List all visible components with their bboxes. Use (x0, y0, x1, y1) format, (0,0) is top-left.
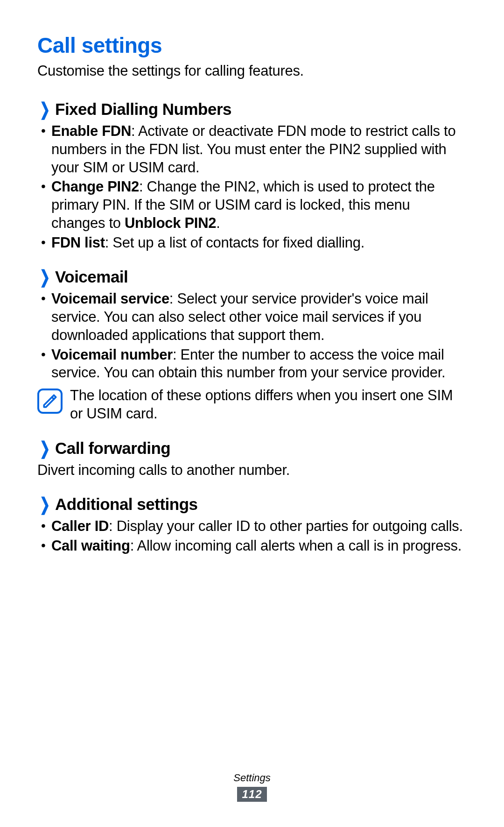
section-header: ❯ Voicemail (37, 267, 467, 287)
chevron-right-icon: ❯ (40, 438, 50, 459)
list-item: Voicemail service: Select your service p… (51, 290, 467, 344)
item-text: : Set up a list of contacts for fixed di… (105, 234, 364, 251)
list-item: Caller ID: Display your caller ID to oth… (51, 517, 467, 536)
note-row: The location of these options differs wh… (37, 387, 467, 423)
chevron-right-icon: ❯ (40, 267, 50, 287)
section-desc-forwarding: Divert incoming calls to another number. (37, 461, 467, 480)
additional-list: Caller ID: Display your caller ID to oth… (37, 517, 467, 555)
note-icon (37, 389, 63, 414)
page-title: Call settings (37, 33, 467, 58)
item-bold: Voicemail number (51, 346, 173, 363)
chevron-right-icon: ❯ (40, 494, 50, 515)
fdn-list: Enable FDN: Activate or deactivate FDN m… (37, 122, 467, 252)
section-forwarding: ❯ Call forwarding Divert incoming calls … (37, 438, 467, 480)
section-title-voicemail: Voicemail (55, 268, 128, 286)
footer: Settings 112 (0, 772, 504, 802)
section-voicemail: ❯ Voicemail Voicemail service: Select yo… (37, 267, 467, 423)
list-item: FDN list: Set up a list of contacts for … (51, 234, 467, 252)
section-title-fdn: Fixed Dialling Numbers (55, 100, 231, 119)
section-header: ❯ Call forwarding (37, 438, 467, 459)
page-subtitle: Customise the settings for calling featu… (37, 63, 467, 79)
section-title-forwarding: Call forwarding (55, 439, 170, 458)
section-header: ❯ Fixed Dialling Numbers (37, 99, 467, 120)
section-title-additional: Additional settings (55, 495, 198, 514)
note-text: The location of these options differs wh… (70, 387, 467, 423)
chevron-right-icon: ❯ (40, 99, 50, 120)
item-bold: Call waiting (51, 537, 130, 554)
section-additional: ❯ Additional settings Caller ID: Display… (37, 494, 467, 555)
section-fdn: ❯ Fixed Dialling Numbers Enable FDN: Act… (37, 99, 467, 252)
item-text-2: . (216, 215, 220, 231)
list-item: Call waiting: Allow incoming call alerts… (51, 537, 467, 555)
item-bold-2: Unblock PIN2 (125, 215, 216, 231)
list-item: Enable FDN: Activate or deactivate FDN m… (51, 122, 467, 177)
item-bold: Enable FDN (51, 123, 131, 139)
voicemail-list: Voicemail service: Select your service p… (37, 290, 467, 382)
list-item: Change PIN2: Change the PIN2, which is u… (51, 178, 467, 232)
list-item: Voicemail number: Enter the number to ac… (51, 346, 467, 382)
item-bold: Change PIN2 (51, 178, 139, 195)
item-text: : Display your caller ID to other partie… (109, 518, 463, 534)
section-header: ❯ Additional settings (37, 494, 467, 515)
item-bold: FDN list (51, 234, 105, 251)
page-number: 112 (237, 787, 266, 802)
item-bold: Voicemail service (51, 290, 169, 307)
item-text: : Allow incoming call alerts when a call… (130, 537, 462, 554)
item-bold: Caller ID (51, 518, 109, 534)
footer-label: Settings (0, 772, 504, 784)
